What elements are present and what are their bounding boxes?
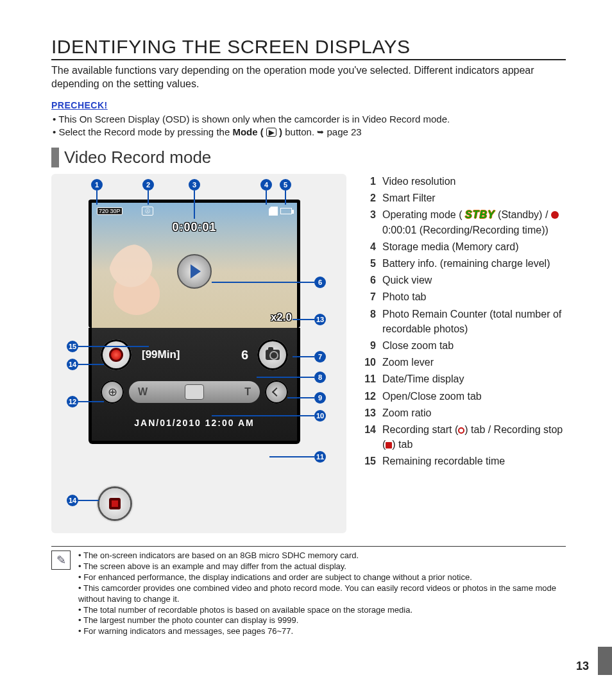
recording-time: 0:00:01 <box>172 221 216 234</box>
legend-item: Date/Time display <box>382 371 464 386</box>
legend-item: Zoom lever <box>382 355 434 370</box>
legend-item: Photo Remain Counter (total number of re… <box>382 307 566 336</box>
callout-lead <box>293 356 314 357</box>
zoom-wide: W <box>138 386 148 398</box>
legend-item: Recording start () tab / Recording stop … <box>382 422 566 452</box>
text: button. <box>285 126 317 137</box>
callout-lead <box>285 191 286 205</box>
callout-pin: 7 <box>314 351 326 363</box>
record-start-button[interactable] <box>101 339 132 370</box>
screen-figure: 720 30P ⦾ 0:00:01 x2.0 [99Min] 6 <box>51 174 346 533</box>
date-time-display: JAN/01/2010 12:00 AM <box>101 418 288 428</box>
callout-pin: 12 <box>67 396 78 407</box>
legend-item: Smart Filter <box>382 191 436 205</box>
note-item: For enhanced performance, the display in… <box>78 572 566 583</box>
magnifier-icon: ⊕ <box>108 385 117 399</box>
precheck-heading: PRECHECK! <box>51 100 566 110</box>
text: page 23 <box>327 126 361 137</box>
open-close-zoom-button[interactable]: ⊕ <box>101 380 124 404</box>
callout-lead <box>78 364 104 365</box>
callout-pin: 8 <box>314 371 326 383</box>
callout-lead <box>257 377 314 378</box>
page-title: IDENTIFYING THE SCREEN DISPLAYS <box>51 36 566 60</box>
legend-list: 1Video resolution 2Smart Filter 3 Operat… <box>362 174 566 468</box>
callout-lead <box>96 191 98 205</box>
callout-lead <box>78 346 149 347</box>
callout-lead <box>266 191 267 205</box>
note-item: The on-screen indicators are based on an… <box>78 551 566 561</box>
callout-lead <box>212 282 314 283</box>
sd-card-icon <box>269 207 278 216</box>
camcorder-screen: 720 30P ⦾ 0:00:01 x2.0 <box>89 200 300 328</box>
page-number: 13 <box>576 660 589 673</box>
text: ) <box>279 126 282 137</box>
text: ) tab <box>392 439 412 450</box>
record-stop-icon <box>386 442 392 448</box>
callout-pin: 5 <box>280 179 291 191</box>
edge-tab <box>598 647 612 675</box>
section-heading: Video Record mode <box>51 148 566 167</box>
callout-lead <box>269 456 314 457</box>
callout-lead <box>287 397 314 398</box>
note-item: The largest number the photo counter can… <box>78 615 566 626</box>
resolution-icon: 720 30P <box>97 207 123 215</box>
note-item: For warning indicators and messages, see… <box>78 626 566 637</box>
callout-pin: 3 <box>189 179 200 191</box>
callout-pin: 1 <box>91 179 103 191</box>
callout-lead <box>78 500 99 501</box>
callout-lead <box>293 319 314 320</box>
callout-pin: 4 <box>260 179 272 191</box>
note-item: This camcorder provides one combined vid… <box>78 583 566 605</box>
photo-tab-button[interactable] <box>257 339 288 370</box>
notes-separator <box>51 546 566 547</box>
photo-child <box>108 244 166 315</box>
note-icon: ✎ <box>51 551 71 570</box>
legend-item: Open/Close zoom tab <box>382 389 482 404</box>
legend-item: Close zoom tab <box>382 338 454 353</box>
record-dot-icon <box>551 211 559 219</box>
camera-icon <box>266 350 280 360</box>
legend-item: Video resolution <box>382 174 455 189</box>
note-item: The screen above is an example and may d… <box>78 561 566 572</box>
legend-item: Remaining recordable time <box>382 454 505 468</box>
text: Select the Record mode by pressing the <box>58 126 232 137</box>
callout-lead <box>194 191 195 219</box>
photo-remain-counter: 6 <box>241 348 248 363</box>
intro-text: The available functions vary depending o… <box>51 64 566 91</box>
callout-pin: 6 <box>314 277 326 288</box>
zoom-tele: T <box>244 386 251 398</box>
legend-item: Quick view <box>382 273 432 287</box>
callout-pin: 9 <box>314 392 326 404</box>
legend-item: Storage media (Memory card) <box>382 239 519 254</box>
text: Mode ( <box>232 126 263 137</box>
callout-pin: 14 <box>67 495 78 506</box>
quick-view-button[interactable] <box>177 254 212 289</box>
note-item: The total number of recordable photos is… <box>78 605 566 616</box>
callout-pin: 11 <box>314 451 326 463</box>
record-stop-button[interactable] <box>99 488 130 519</box>
text: Recording start ( <box>382 424 458 435</box>
remaining-time: [99Min] <box>140 348 232 361</box>
text: (Standby) / <box>495 209 551 220</box>
callout-lead <box>148 191 149 205</box>
text: 0:00:01 (Recording/Recording time)) <box>382 225 548 235</box>
arrow-icon: ➥ <box>317 126 324 138</box>
notes-list: The on-screen indicators are based on an… <box>78 551 566 637</box>
callout-pin: 14 <box>67 359 78 370</box>
callout-pin: 2 <box>142 179 154 191</box>
zoom-ratio: x2.0 <box>271 311 292 324</box>
close-zoom-button[interactable] <box>265 380 288 404</box>
callout-lead <box>78 401 104 402</box>
zoom-lever[interactable]: W T <box>129 381 260 403</box>
callout-pin: 15 <box>67 341 78 352</box>
legend-item: Battery info. (remaining charge level) <box>382 256 550 271</box>
battery-icon <box>280 208 292 214</box>
stby-label: STBY <box>465 209 495 220</box>
precheck-item: This On Screen Display (OSD) is shown on… <box>64 113 566 126</box>
legend-item: Photo tab <box>382 289 427 304</box>
legend-item: Zoom ratio <box>382 405 431 420</box>
mode-icon: ▶ <box>266 128 276 137</box>
smart-filter-icon: ⦾ <box>142 207 153 216</box>
zoom-handle[interactable] <box>185 384 204 400</box>
record-start-icon <box>458 427 464 434</box>
